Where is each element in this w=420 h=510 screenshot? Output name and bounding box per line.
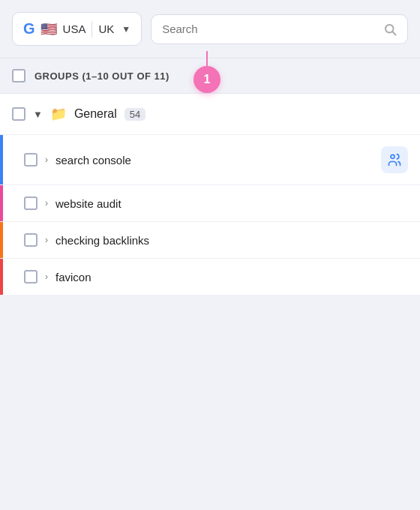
google-logo: G [23, 20, 34, 38]
item-checkbox[interactable] [24, 196, 38, 210]
vertical-divider [92, 21, 92, 38]
search-box[interactable] [151, 14, 408, 44]
tooltip-bubble: 1 [194, 51, 220, 93]
left-accent-icon [0, 135, 3, 184]
locale-label: UK [98, 22, 114, 35]
tooltip-number: 1 [194, 66, 220, 93]
svg-point-2 [391, 154, 394, 158]
list-item[interactable]: › website audit [0, 185, 420, 222]
chevron-right-icon: › [45, 198, 48, 208]
groups-checkbox[interactable] [12, 69, 26, 82]
item-checkbox[interactable] [24, 270, 38, 284]
item-checkbox[interactable] [24, 153, 38, 166]
tooltip-line [206, 51, 208, 66]
chevron-right-icon: › [45, 272, 48, 282]
chevron-down-icon: ▼ [33, 109, 43, 120]
item-label: checking backlinks [56, 234, 149, 247]
item-label: search console [56, 154, 131, 166]
item-checkbox[interactable] [24, 233, 38, 247]
groups-title: GROUPS (1–10 OUT OF 11) [34, 70, 170, 82]
country-label: USA [63, 22, 86, 35]
svg-line-1 [392, 32, 395, 34]
chevron-down-icon: ▼ [122, 24, 130, 34]
chevron-right-icon: › [45, 235, 48, 245]
left-accent-icon [0, 222, 3, 258]
list-item[interactable]: › favicon [0, 259, 420, 295]
top-bar: G 🇺🇸 USA UK ▼ [0, 0, 420, 58]
list-item[interactable]: › search console [0, 135, 420, 185]
item-label: website audit [56, 197, 122, 210]
search-input[interactable] [162, 22, 377, 35]
general-count-badge: 54 [124, 108, 146, 121]
list-item[interactable]: › checking backlinks [0, 222, 420, 259]
us-flag-icon: 🇺🇸 [40, 21, 57, 38]
left-accent-icon [0, 185, 3, 221]
general-label: General [74, 107, 117, 121]
general-row[interactable]: ▼ 📁 General 54 [0, 94, 420, 135]
general-checkbox[interactable] [12, 107, 26, 121]
chevron-right-icon: › [45, 154, 48, 165]
people-icon-badge [381, 146, 408, 173]
left-accent-icon [0, 259, 3, 295]
people-icon [387, 152, 402, 167]
folder-icon: 📁 [50, 106, 67, 122]
item-label: favicon [56, 271, 92, 284]
list-container: ▼ 📁 General 54 › search console › websit… [0, 93, 420, 295]
search-icon [383, 22, 397, 36]
locale-selector[interactable]: G 🇺🇸 USA UK ▼ [12, 12, 142, 46]
